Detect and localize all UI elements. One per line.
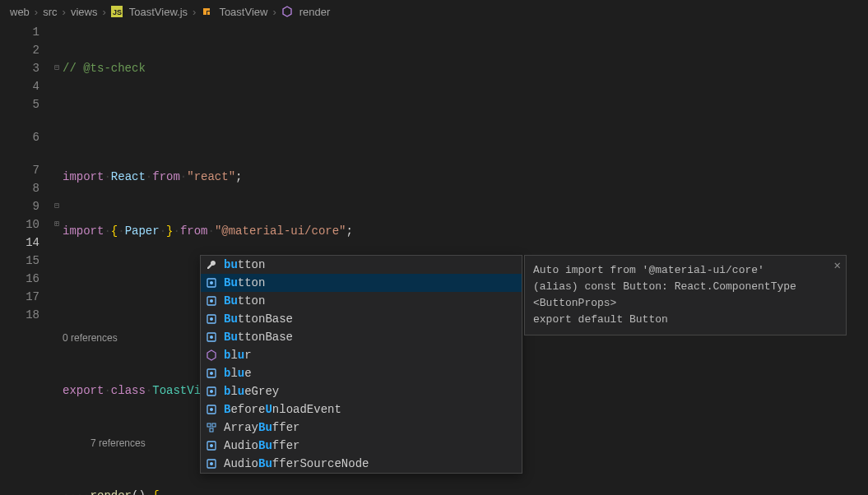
suggest-item-label: AudioBufferSourceNode: [224, 457, 518, 470]
svg-point-11: [210, 372, 213, 375]
box-icon: [204, 313, 219, 325]
svg-point-15: [210, 408, 213, 411]
fold-toggle[interactable]: ⊟: [51, 197, 63, 215]
code-text: {: [111, 224, 118, 238]
line-number: 8: [0, 179, 39, 197]
code-text: from: [152, 170, 180, 183]
details-line: export default Button: [533, 312, 838, 328]
suggest-item[interactable]: button: [201, 256, 522, 274]
box-icon: [204, 331, 219, 343]
suggest-item[interactable]: ButtonBase: [201, 328, 522, 346]
method-icon: [281, 6, 293, 17]
code-text: Paper: [125, 224, 160, 238]
js-file-icon: JS: [111, 6, 123, 17]
details-line: <ButtonProps>: [533, 295, 838, 312]
code-text: class: [111, 384, 146, 397]
svg-point-7: [210, 317, 213, 321]
breadcrumb-item[interactable]: src: [43, 6, 57, 18]
suggest-item-label: ButtonBase: [224, 312, 518, 326]
fold-gutter[interactable]: ⊟ ⊟ ⊞: [51, 23, 63, 495]
intellisense-suggest-widget[interactable]: buttonButtonButtonButtonBaseButtonBasebl…: [200, 255, 522, 474]
chevron-right-icon: ›: [193, 6, 196, 18]
breadcrumb-item[interactable]: ToastView.js: [129, 6, 188, 18]
cube-icon: [204, 349, 219, 361]
line-number: 3: [0, 59, 39, 77]
suggest-item[interactable]: Button: [201, 292, 522, 310]
code-text: // @ts-check: [63, 62, 146, 75]
code-text: (): [132, 489, 146, 495]
suggest-item-label: blue: [224, 367, 518, 380]
line-number: 15: [0, 252, 39, 270]
breadcrumb-item[interactable]: views: [71, 6, 98, 18]
svg-point-13: [210, 390, 213, 393]
suggest-item[interactable]: blue: [201, 364, 522, 382]
box-icon: [204, 386, 219, 397]
svg-point-20: [210, 444, 213, 447]
suggest-item[interactable]: Button: [201, 274, 522, 292]
suggest-item-label: blueGrey: [224, 385, 518, 398]
suggest-item[interactable]: AudioBuffer: [201, 437, 522, 455]
svg-point-3: [210, 281, 213, 285]
suggest-item-label: ButtonBase: [224, 331, 518, 344]
breadcrumb-item[interactable]: web: [10, 6, 30, 18]
line-number: 2: [0, 41, 39, 59]
box-icon: [204, 368, 219, 379]
box-icon: [204, 404, 219, 415]
svg-rect-16: [207, 423, 211, 427]
suggest-item[interactable]: blur: [201, 346, 522, 364]
suggest-item-label: BeforeUnloadEvent: [224, 403, 518, 416]
code-text: export: [63, 384, 104, 397]
chevron-right-icon: ›: [35, 6, 38, 18]
close-icon[interactable]: ✕: [834, 257, 841, 274]
suggest-item[interactable]: ArrayBuffer: [201, 419, 522, 437]
svg-rect-17: [212, 423, 216, 427]
line-number: 16: [0, 270, 39, 288]
line-number: 7: [0, 161, 39, 179]
suggest-item[interactable]: ButtonBase: [201, 310, 522, 328]
code-text: "react": [187, 170, 235, 183]
breadcrumb-item[interactable]: render: [299, 6, 331, 18]
breadcrumbs[interactable]: web › src › views › JS ToastView.js › To…: [0, 0, 868, 23]
suggest-item[interactable]: BeforeUnloadEvent: [201, 400, 522, 419]
fold-toggle[interactable]: ⊟: [51, 59, 63, 77]
suggest-item-label: Button: [224, 294, 518, 308]
details-line: Auto import from '@material-ui/core': [533, 262, 838, 279]
line-number: 9: [0, 197, 39, 215]
code-text: from: [180, 224, 208, 238]
suggest-item-label: button: [224, 258, 518, 271]
svg-point-22: [210, 462, 213, 465]
line-number: 10: [0, 215, 39, 234]
suggest-item-label: AudioBuffer: [224, 439, 518, 452]
code-text: render: [91, 489, 132, 495]
suggest-item[interactable]: AudioBufferSourceNode: [201, 455, 522, 473]
svg-text:JS: JS: [113, 8, 122, 16]
struct-icon: [204, 422, 219, 433]
class-icon: [201, 6, 212, 17]
suggest-item-label: Button: [224, 276, 518, 289]
line-number: 17: [0, 288, 39, 306]
chevron-right-icon: ›: [102, 6, 105, 18]
line-number: 18: [0, 306, 39, 324]
line-number: 4: [0, 77, 39, 95]
chevron-right-icon: ›: [272, 6, 276, 18]
intellisense-details-pane: ✕ Auto import from '@material-ui/core' (…: [524, 255, 847, 335]
svg-point-9: [210, 335, 213, 339]
svg-point-5: [210, 299, 213, 303]
line-number-gutter: 1 2 3 4 5 6 7 8 9 10 14 15 16 17 18: [0, 23, 51, 495]
line-number: 1: [0, 23, 39, 41]
line-number: 6: [0, 128, 39, 146]
line-number: 5: [0, 95, 39, 113]
suggest-item[interactable]: blueGrey: [201, 382, 522, 400]
code-text: import: [63, 170, 104, 183]
details-line: (alias) const Button: React.ComponentTyp…: [533, 279, 838, 295]
breadcrumb-item[interactable]: ToastView: [219, 6, 267, 18]
box-icon: [204, 458, 219, 470]
fold-toggle[interactable]: ⊞: [51, 215, 63, 234]
code-text: {: [152, 489, 159, 495]
svg-rect-18: [210, 428, 213, 432]
suggest-item-label: ArrayBuffer: [224, 421, 518, 434]
line-number: 14: [0, 234, 39, 252]
chevron-right-icon: ›: [63, 6, 66, 18]
suggest-item-label: blur: [224, 349, 518, 362]
code-text: import: [63, 224, 104, 238]
